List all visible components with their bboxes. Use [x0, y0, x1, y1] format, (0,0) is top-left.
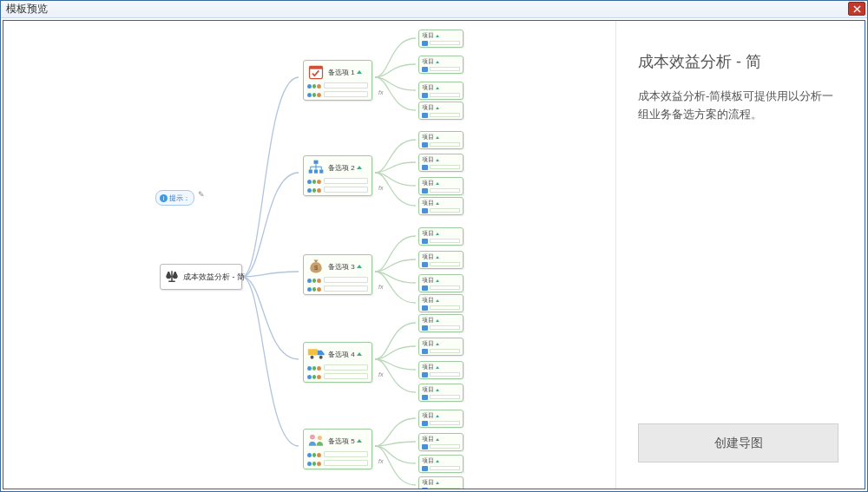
- item-node[interactable]: 项目: [418, 338, 464, 356]
- svg-rect-1: [310, 66, 323, 69]
- close-button[interactable]: [848, 2, 865, 16]
- item-field: [430, 488, 460, 489]
- item-label: 项目: [422, 411, 434, 420]
- root-node[interactable]: 成本效益分析 - 简: [160, 264, 242, 290]
- item-label: 项目: [422, 31, 434, 40]
- item-node[interactable]: 项目: [418, 476, 464, 489]
- mini-field: [324, 178, 368, 184]
- item-label: 项目: [422, 155, 434, 164]
- item-node[interactable]: 项目: [418, 433, 464, 451]
- fx-label: fx: [378, 458, 383, 464]
- template-preview-window: 模板预览: [0, 0, 868, 492]
- tag-icons: [307, 373, 321, 380]
- item-icon: [422, 239, 428, 244]
- fx-label: fx: [378, 185, 383, 191]
- item-label: 项目: [422, 199, 434, 207]
- item-node[interactable]: 项目: [418, 294, 464, 312]
- item-node[interactable]: 项目: [418, 227, 464, 246]
- content: i 提示： ✎ 成本效益分析 - 简 备选项 1fx备选项 2fx$备选项 3f…: [3, 20, 865, 489]
- item-field: [430, 444, 460, 449]
- item-field: [430, 113, 460, 117]
- item-icon: [422, 372, 428, 377]
- item-icon: [422, 188, 428, 194]
- tag-icons: [307, 187, 321, 194]
- item-node[interactable]: 项目: [418, 131, 464, 149]
- item-field: [430, 395, 460, 399]
- tag-icons: [307, 460, 321, 467]
- item-node[interactable]: 项目: [418, 30, 464, 48]
- item-label: 项目: [422, 57, 434, 66]
- item-label: 项目: [422, 316, 434, 325]
- item-icon: [422, 466, 428, 471]
- mini-field: [324, 187, 368, 193]
- option-node-1[interactable]: 备选项 1: [303, 60, 372, 101]
- item-node[interactable]: 项目: [418, 455, 464, 473]
- item-field: [430, 208, 460, 213]
- option-node-5[interactable]: 备选项 5: [303, 429, 372, 469]
- option-label: 备选项 3: [328, 262, 355, 272]
- svg-point-10: [310, 435, 315, 440]
- info-icon: i: [160, 194, 168, 202]
- item-field: [430, 262, 460, 266]
- truck-icon: [307, 345, 325, 363]
- template-description: 成本效益分析-简模板可提供用以分析一组业务备选方案的流程。: [638, 88, 843, 124]
- fx-label: fx: [378, 284, 383, 290]
- item-icon: [422, 421, 428, 426]
- mindmap-canvas[interactable]: i 提示： ✎ 成本效益分析 - 简 备选项 1fx备选项 2fx$备选项 3f…: [3, 21, 615, 489]
- option-node-3[interactable]: $备选项 3: [303, 254, 372, 295]
- item-node[interactable]: 项目: [418, 361, 464, 379]
- expand-caret-icon: [357, 70, 362, 74]
- expand-caret-icon: [436, 61, 439, 63]
- item-icon: [422, 395, 428, 400]
- fx-label: fx: [378, 89, 383, 95]
- item-label: 项目: [422, 456, 434, 465]
- item-field: [430, 165, 460, 169]
- tag-icons: [307, 364, 321, 371]
- item-field: [430, 305, 460, 310]
- create-map-button[interactable]: 创建导图: [638, 423, 838, 462]
- item-node[interactable]: 项目: [418, 82, 464, 100]
- item-field: [430, 188, 460, 193]
- item-field: [430, 93, 460, 97]
- option-node-2[interactable]: 备选项 2: [303, 155, 372, 196]
- item-node[interactable]: 项目: [418, 102, 464, 120]
- svg-rect-3: [309, 170, 312, 174]
- calendar-icon: [307, 63, 325, 81]
- option-label: 备选项 1: [328, 68, 355, 77]
- window-title: 模板预览: [6, 2, 48, 16]
- item-icon: [422, 444, 428, 449]
- item-label: 项目: [422, 478, 434, 487]
- item-node[interactable]: 项目: [418, 314, 464, 332]
- mini-field: [324, 91, 368, 97]
- item-node[interactable]: 项目: [418, 56, 464, 74]
- tag-icons: [307, 178, 321, 185]
- item-label: 项目: [422, 385, 434, 394]
- item-node[interactable]: 项目: [418, 384, 464, 402]
- root-label: 成本效益分析 - 简: [183, 272, 245, 283]
- hint-bubble[interactable]: i 提示：: [155, 190, 194, 206]
- item-label: 项目: [422, 296, 434, 305]
- item-node[interactable]: 项目: [418, 410, 464, 428]
- tag-icons: [307, 82, 321, 89]
- item-field: [430, 325, 460, 330]
- item-field: [430, 349, 460, 353]
- expand-caret-icon: [436, 319, 439, 322]
- item-node[interactable]: 项目: [418, 154, 464, 172]
- item-node[interactable]: 项目: [418, 251, 464, 269]
- expand-caret-icon: [436, 233, 439, 235]
- option-node-4[interactable]: 备选项 4: [303, 342, 372, 383]
- item-node[interactable]: 项目: [418, 274, 464, 292]
- expand-caret-icon: [436, 159, 439, 161]
- item-field: [430, 285, 460, 290]
- expand-caret-icon: [436, 202, 439, 205]
- expand-caret-icon: [436, 107, 439, 109]
- item-label: 项目: [422, 435, 434, 443]
- expand-caret-icon: [436, 366, 439, 369]
- tag-icons: [307, 277, 321, 284]
- item-node[interactable]: 项目: [418, 197, 464, 215]
- item-icon: [422, 349, 428, 354]
- template-title: 成本效益分析 - 简: [638, 51, 843, 72]
- note-icon: ✎: [198, 190, 205, 199]
- item-label: 项目: [422, 133, 434, 141]
- item-node[interactable]: 项目: [418, 177, 464, 195]
